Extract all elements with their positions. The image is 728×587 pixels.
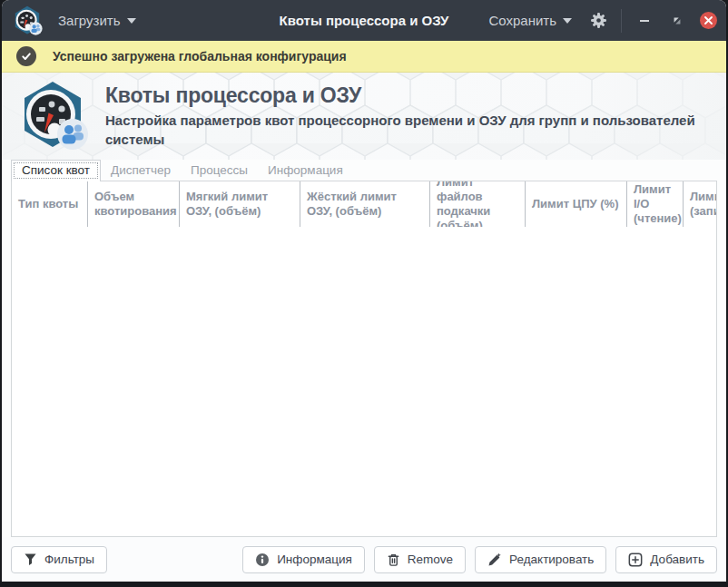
add-button[interactable]: Добавить [615,546,717,573]
tab-information[interactable]: Информация [258,161,353,181]
info-button[interactable]: Информация [242,546,365,573]
add-button-label: Добавить [650,553,704,566]
filter-icon [24,553,37,566]
table-body-empty[interactable] [12,227,716,536]
info-icon [255,553,270,567]
add-icon [628,553,643,567]
app-window: Загрузить Квоты процессора и ОЗУ Сохрани… [2,0,726,582]
close-icon [703,15,713,25]
tab-bar: Список квот Диспетчер Процессы Информаци… [2,160,726,181]
success-check-icon [16,46,36,66]
trash-icon [387,553,400,567]
gear-icon [590,12,607,29]
column-header-io-read-limit[interactable]: Лимит I/O (чтение) [627,181,684,227]
save-menu-button[interactable]: Сохранить [485,7,576,34]
page-subtitle: Настройка параметров квот процессорного … [105,111,704,149]
notification-bar: Успешно загружена глобальная конфигураци… [2,41,726,73]
column-header-soft-ram-limit[interactable]: Мягкий лимит ОЗУ, (объём) [180,181,300,227]
load-menu-label: Загрузить [58,13,121,28]
main-content: Список квот Диспетчер Процессы Информаци… [2,160,726,582]
close-button[interactable] [700,12,717,29]
edit-button[interactable]: Редактировать [475,546,606,573]
hero-banner: Квоты процессора и ОЗУ Настройка парамет… [2,73,726,160]
page-title: Квоты процессора и ОЗУ [105,83,704,108]
notification-text: Успешно загружена глобальная конфигураци… [53,49,347,64]
tab-dispatcher[interactable]: Диспетчер [101,161,181,181]
load-menu-button[interactable]: Загрузить [54,7,140,34]
save-menu-label: Сохранить [488,13,556,28]
quota-table: Тип квоты Объем квотирования Мягкий лими… [11,181,717,537]
settings-button[interactable] [588,11,608,31]
chevron-down-icon [563,18,572,24]
column-header-cpu-limit[interactable]: Лимит ЦПУ (%) [526,181,627,227]
edit-icon [487,553,502,567]
app-icon [11,5,44,36]
action-bar: Фильтры Информация [2,537,726,582]
app-icon-large [15,80,91,152]
tab-quota-list[interactable]: Список квот [11,160,101,181]
info-button-label: Информация [277,553,352,566]
table-header-row: Тип квоты Объем квотирования Мягкий лими… [12,181,716,227]
filters-button-label: Фильтры [44,553,94,566]
edit-button-label: Редактировать [509,553,594,566]
column-header-hard-ram-limit[interactable]: Жёсткий лимит ОЗУ, (объём) [300,181,430,227]
filters-button[interactable]: Фильтры [11,546,107,573]
remove-button[interactable]: Remove [374,546,466,573]
column-header-quota-volume[interactable]: Объем квотирования [88,181,180,227]
chevron-down-icon [127,18,136,24]
restore-icon [672,15,683,26]
minimize-button[interactable] [635,11,654,31]
column-header-quota-type[interactable]: Тип квоты [12,181,88,227]
tab-processes[interactable]: Процессы [181,161,258,181]
minimize-icon [640,20,649,22]
restore-button[interactable] [667,11,687,31]
remove-button-label: Remove [408,553,453,566]
column-header-swap-limit[interactable]: Лимит файлов подкачки (объём) [430,181,526,227]
column-header-io-write-limit[interactable]: Лимит I/O (запись) [684,181,716,227]
headerbar: Загрузить Квоты процессора и ОЗУ Сохрани… [2,0,726,41]
header-separator [621,9,622,33]
